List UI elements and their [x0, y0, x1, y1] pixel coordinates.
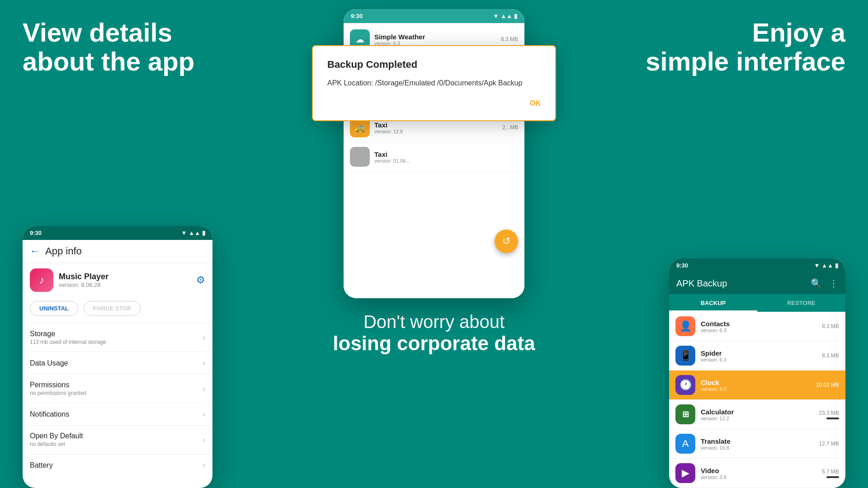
- dialog-title: Backup Completed: [327, 59, 541, 70]
- notifications-label: Notifications: [30, 410, 69, 418]
- tab-backup[interactable]: BACKUP: [669, 294, 757, 312]
- tab-restore[interactable]: RESTORE: [757, 294, 845, 312]
- center-time: 9:30: [351, 13, 363, 19]
- clock-version: version: 6.0: [701, 386, 726, 392]
- app-info-item: ♪ Music Player version: 8.06.28 ⚙: [23, 263, 212, 297]
- chevron-right-icon: ›: [203, 435, 205, 445]
- clock-size: 10.02 MB: [816, 382, 839, 388]
- right-headline-line1: Enjoy a: [752, 18, 845, 47]
- translate-icon: A: [675, 434, 695, 454]
- menu-item-notifications[interactable]: Notifications ›: [23, 403, 212, 425]
- right-phone-mockup: 9:30 ▼ ▲▲ ▮ APK Backup 🔍 ⋮ BACKUP RESTOR…: [669, 258, 845, 488]
- translate-size: 12.7 MB: [819, 441, 839, 447]
- backup-tab-label: BACKUP: [701, 300, 726, 306]
- calculator-name: Calculator: [701, 408, 734, 416]
- left-panel: View details about the app 9:30 ▼ ▲▲ ▮ ←…: [0, 0, 253, 488]
- signal-icon: ▲▲: [500, 13, 512, 19]
- right-panel: Enjoy a simple interface 9:30 ▼ ▲▲ ▮ APK…: [615, 0, 868, 488]
- translate-name: Translate: [701, 437, 731, 445]
- spider-name: Spider: [701, 349, 726, 357]
- app-row-spider: 📱 Spider version: 6.3 8.3 MB: [669, 341, 845, 371]
- left-headline-line2: about the app: [23, 47, 194, 76]
- restore-tab-label: RESTORE: [787, 300, 816, 306]
- more-options-icon[interactable]: ⋮: [829, 278, 838, 289]
- calculator-icon: ⊞: [675, 404, 695, 424]
- video-version: version: 3.8: [701, 474, 726, 480]
- center-status-icons: ▼ ▲▲ ▮: [493, 13, 517, 19]
- battery-icon: ▮: [835, 262, 838, 269]
- center-panel: 9:30 ▼ ▲▲ ▮ ☁ Simple Weather version: 6.…: [253, 0, 615, 488]
- chevron-right-icon: ›: [203, 358, 205, 368]
- contacts-size: 8.3 MB: [822, 323, 839, 329]
- spider-size: 8.3 MB: [822, 352, 839, 359]
- right-headline: Enjoy a simple interface: [646, 18, 845, 76]
- app-version: version: 8.06.28: [59, 282, 108, 288]
- app-row-clock: 🕐 Clock version: 6.0 10.02 MB: [669, 371, 845, 400]
- menu-item-permissions[interactable]: Permissions no permissions granted ›: [23, 374, 212, 403]
- action-buttons: UNINSTAL FORCE STOP: [23, 297, 212, 323]
- app-row-video: ▶ Video version: 3.8 5.7 MB: [669, 459, 845, 488]
- left-time: 9:30: [30, 230, 42, 236]
- right-app-list: 👤 Contacts version: 6.3 8.3 MB 📱 Spider …: [669, 312, 845, 488]
- bottom-line1: Don't worry about: [333, 312, 535, 332]
- left-headline-line1: View details: [23, 18, 172, 47]
- backup-completed-dialog: Backup Completed APK Location: /Storage/…: [312, 45, 556, 121]
- refresh-fab-button[interactable]: ↺: [495, 230, 518, 253]
- wifi-icon: ▼: [814, 262, 820, 269]
- menu-item-open-by-default[interactable]: Open By Default no defaults set ›: [23, 425, 212, 454]
- contacts-name: Contacts: [701, 320, 730, 328]
- translate-version: version: 16.8: [701, 445, 731, 450]
- clock-name: Clock: [701, 379, 726, 386]
- spider-icon: 📱: [675, 346, 695, 366]
- wifi-icon: ▼: [493, 13, 499, 19]
- wifi-icon: ▼: [181, 230, 187, 236]
- settings-gear-icon[interactable]: ⚙: [196, 274, 205, 286]
- unknown-app-icon: [350, 147, 370, 167]
- battery-icon: ▮: [202, 230, 205, 236]
- video-name: Video: [701, 467, 726, 474]
- back-arrow-icon[interactable]: ←: [30, 245, 40, 257]
- left-status-icons: ▼ ▲▲ ▮: [181, 230, 205, 236]
- app-row-calculator: ⊞ Calculator version: 12.2 23.3 MB: [669, 400, 845, 429]
- force-stop-button[interactable]: FORCE STOP: [84, 301, 141, 316]
- menu-item-battery[interactable]: Battery ›: [23, 454, 212, 476]
- left-headline: View details about the app: [23, 18, 194, 76]
- chevron-right-icon: ›: [203, 333, 205, 343]
- signal-icon: ▲▲: [821, 262, 833, 269]
- calculator-size: 23.3 MB: [819, 410, 839, 416]
- app-row-contacts: 👤 Contacts version: 6.3 8.3 MB: [669, 312, 845, 341]
- left-phone-mockup: 9:30 ▼ ▲▲ ▮ ← App info ♪ Music Player ve…: [23, 226, 212, 488]
- right-status-icons: ▼ ▲▲ ▮: [814, 262, 838, 269]
- menu-items-list: Storage 113 mb used of internal storage …: [23, 323, 212, 476]
- menu-item-data-usage[interactable]: Data Usage ›: [23, 352, 212, 374]
- app-list-item-taxi2: Taxi version: 01.06...: [344, 142, 524, 172]
- music-player-icon: ♪: [30, 268, 53, 292]
- clock-icon: 🕐: [675, 375, 695, 395]
- apk-backup-title: APK Backup: [676, 278, 727, 289]
- video-icon: ▶: [675, 463, 695, 483]
- left-status-bar: 9:30 ▼ ▲▲ ▮: [23, 226, 212, 240]
- dialog-ok-button[interactable]: OK: [530, 99, 541, 108]
- right-time: 9:30: [676, 262, 688, 269]
- video-bar: [826, 476, 839, 478]
- app-row-translate: A Translate version: 16.8 12.7 MB: [669, 429, 845, 459]
- chevron-right-icon: ›: [203, 409, 205, 419]
- battery-icon: ▮: [514, 13, 517, 19]
- uninstall-button[interactable]: UNINSTAL: [30, 301, 78, 316]
- tab-bar: BACKUP RESTORE: [669, 294, 845, 312]
- right-status-bar: 9:30 ▼ ▲▲ ▮: [669, 258, 845, 272]
- app-info-text: Music Player version: 8.06.28: [59, 272, 108, 288]
- calculator-version: version: 12.2: [701, 416, 734, 421]
- dialog-box: Backup Completed APK Location: /Storage/…: [312, 45, 556, 121]
- chevron-right-icon: ›: [203, 460, 205, 470]
- menu-item-storage[interactable]: Storage 113 mb used of internal storage …: [23, 323, 212, 352]
- center-phone-mockup: 9:30 ▼ ▲▲ ▮ ☁ Simple Weather version: 6.…: [344, 9, 524, 298]
- center-phone-container: 9:30 ▼ ▲▲ ▮ ☁ Simple Weather version: 6.…: [344, 0, 524, 298]
- left-toolbar: ← App info: [23, 240, 212, 263]
- dialog-body: APK Location: /Storage/Emulated /0/Docum…: [327, 78, 541, 89]
- search-icon[interactable]: 🔍: [811, 278, 822, 289]
- toolbar-action-icons: 🔍 ⋮: [811, 278, 838, 289]
- signal-icon: ▲▲: [189, 230, 200, 236]
- app-name: Music Player: [59, 272, 108, 282]
- contacts-version: version: 6.3: [701, 328, 730, 333]
